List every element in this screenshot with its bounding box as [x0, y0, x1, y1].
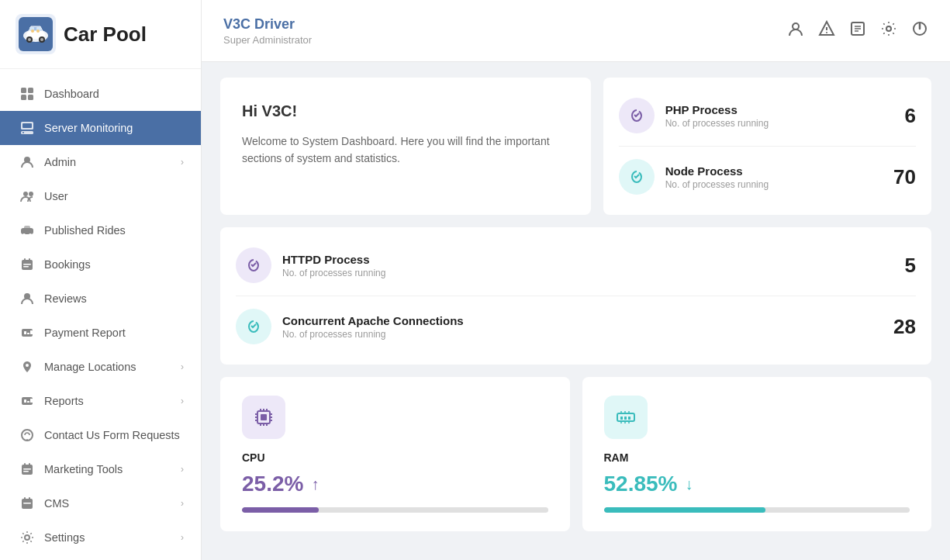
node-process-row: Node Process No. of processes running 70 — [619, 146, 916, 207]
sidebar-item-published-rides[interactable]: Published Rides — [0, 213, 201, 247]
node-process-name: Node Process — [665, 164, 883, 178]
svg-rect-39 — [24, 399, 26, 403]
reviews-label: Reviews — [44, 292, 87, 305]
apache-process-row: Concurrent Apache Connections No. of pro… — [236, 296, 916, 357]
svg-rect-48 — [23, 471, 29, 472]
sidebar-item-payment-report[interactable]: Payment Report — [0, 316, 201, 350]
page-content: Hi V3C! Welcome to System Dashboard. Her… — [202, 62, 950, 560]
edit-icon[interactable] — [849, 20, 866, 41]
user-label: User — [44, 190, 68, 202]
sidebar-item-reviews[interactable]: Reviews — [0, 282, 201, 316]
sidebar-item-user[interactable]: User — [0, 179, 201, 213]
svg-point-7 — [28, 38, 31, 41]
sidebar-item-manage-locations[interactable]: Manage Locations › — [0, 350, 201, 384]
profile-icon[interactable] — [787, 20, 804, 41]
svg-point-61 — [886, 26, 891, 31]
sidebar-item-admin[interactable]: Admin › — [0, 145, 201, 179]
svg-rect-52 — [23, 503, 31, 504]
httpd-process-name: HTTPD Process — [282, 253, 894, 266]
cpu-card: CPU 25.2% ↑ — [220, 377, 570, 531]
sidebar-item-reports[interactable]: Reports › — [0, 384, 201, 418]
welcome-row: Hi V3C! Welcome to System Dashboard. Her… — [220, 78, 931, 215]
svg-rect-81 — [628, 417, 630, 420]
php-process-count: 6 — [905, 104, 916, 128]
car-pool-logo-icon — [16, 14, 56, 54]
httpd-process-count: 5 — [905, 254, 916, 278]
svg-rect-45 — [24, 463, 26, 466]
apache-process-count: 28 — [893, 315, 916, 339]
payment-report-icon — [19, 325, 35, 340]
svg-point-43 — [26, 439, 28, 441]
manage-locations-label: Manage Locations — [44, 361, 136, 373]
cpu-arrow-up-icon: ↑ — [311, 475, 319, 493]
sidebar-item-settings[interactable]: Settings › — [0, 520, 201, 555]
svg-rect-47 — [23, 468, 31, 470]
svg-rect-36 — [30, 330, 33, 334]
svg-point-26 — [29, 233, 32, 237]
app-name: Car Pool — [64, 22, 147, 47]
node-process-icon — [619, 159, 655, 195]
settings-label: Settings — [44, 531, 85, 544]
sidebar-navigation: Dashboard Server Monitoring Admin › User — [0, 69, 201, 560]
bookings-label: Bookings — [44, 258, 91, 271]
sidebar-item-cms[interactable]: CMS › — [0, 486, 201, 520]
cpu-label: CPU — [242, 451, 548, 464]
svg-rect-79 — [620, 417, 623, 420]
gear-icon[interactable] — [880, 20, 897, 41]
httpd-process-row: HTTPD Process No. of processes running 5 — [236, 235, 916, 296]
php-node-card: PHP Process No. of processes running 6 N… — [603, 78, 931, 215]
sidebar-item-bookings[interactable]: Bookings — [0, 247, 201, 282]
php-process-name: PHP Process — [665, 103, 894, 116]
svg-point-9 — [40, 38, 43, 41]
settings-arrow: › — [181, 532, 184, 543]
svg-point-53 — [25, 535, 29, 540]
svg-rect-18 — [22, 123, 32, 128]
svg-rect-65 — [261, 414, 267, 420]
ram-icon-wrap — [604, 396, 648, 439]
svg-point-25 — [22, 233, 26, 237]
ram-bar — [604, 507, 765, 513]
sidebar-item-server-monitoring[interactable]: Server Monitoring — [0, 111, 201, 145]
reports-label: Reports — [44, 395, 84, 407]
svg-point-11 — [36, 29, 40, 33]
svg-rect-40 — [27, 401, 29, 403]
ram-label: RAM — [604, 451, 910, 464]
svg-point-10 — [31, 29, 34, 33]
httpd-inner: HTTPD Process No. of processes running 5… — [236, 235, 916, 357]
php-process-info: PHP Process No. of processes running — [665, 103, 894, 129]
node-process-sub: No. of processes running — [665, 179, 883, 190]
reports-arrow: › — [181, 396, 184, 406]
sidebar-item-dashboard[interactable]: Dashboard — [0, 77, 201, 111]
cpu-value: 25.2% — [242, 472, 303, 496]
svg-rect-13 — [28, 88, 33, 93]
admin-label: Admin — [44, 156, 76, 168]
sidebar-item-contact-us[interactable]: Contact Us Form Requests — [0, 418, 201, 452]
cpu-bar-wrap — [242, 507, 548, 513]
topbar-actions — [787, 20, 928, 41]
manage-locations-icon — [19, 359, 35, 375]
sidebar: Car Pool Dashboard Server Monitoring Adm… — [0, 0, 202, 560]
svg-rect-35 — [27, 333, 29, 334]
apache-process-sub: No. of processes running — [282, 329, 883, 340]
httpd-process-sub: No. of processes running — [282, 268, 894, 278]
published-rides-label: Published Rides — [44, 224, 126, 237]
cms-icon — [19, 496, 35, 511]
alert-icon[interactable] — [818, 20, 835, 41]
published-rides-icon — [19, 223, 35, 238]
svg-rect-28 — [24, 258, 26, 261]
sidebar-item-marketing-tools[interactable]: Marketing Tools › — [0, 452, 201, 486]
svg-rect-24 — [24, 226, 30, 230]
cms-label: CMS — [44, 497, 69, 510]
node-process-info: Node Process No. of processes running — [665, 164, 883, 190]
svg-point-37 — [26, 364, 29, 367]
dashboard-icon — [19, 86, 35, 102]
svg-point-22 — [29, 192, 33, 196]
svg-rect-29 — [29, 258, 30, 261]
httpd-process-icon — [236, 247, 271, 283]
ram-arrow-down-icon: ↓ — [685, 475, 693, 493]
server-monitoring-icon — [19, 120, 35, 136]
admin-arrow: › — [181, 157, 184, 168]
power-icon[interactable] — [911, 20, 928, 41]
svg-rect-80 — [624, 417, 627, 420]
marketing-tools-arrow: › — [181, 464, 184, 475]
